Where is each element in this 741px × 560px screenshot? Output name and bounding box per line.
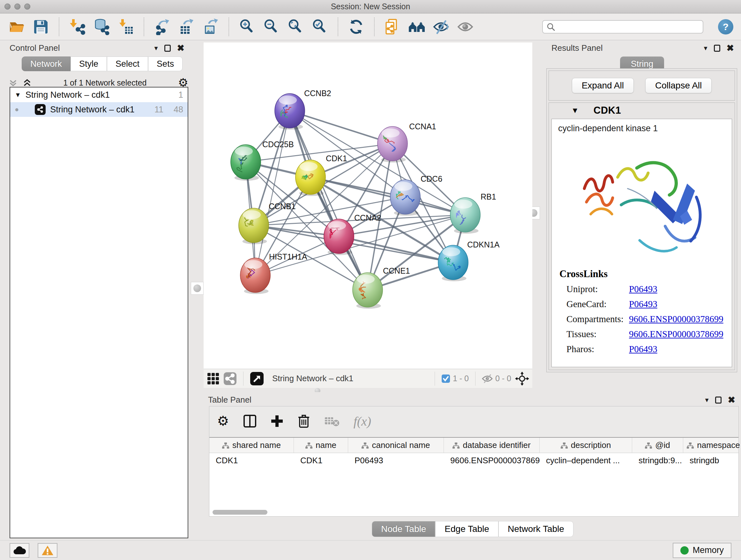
node-CCNE1[interactable] xyxy=(353,273,383,309)
column-hierarchy-icon xyxy=(645,442,652,449)
table-cell[interactable]: stringdb xyxy=(683,453,741,468)
tab-edge-table[interactable]: Edge Table xyxy=(435,521,498,537)
cloud-status-button[interactable] xyxy=(10,543,29,558)
collection-expand-icon[interactable]: ▼ xyxy=(15,91,21,99)
table-cell[interactable]: CDK1 xyxy=(294,453,348,468)
results-panel: Results Panel ▾ ✖ String Expand All Coll… xyxy=(543,40,741,392)
import-network-file-icon[interactable] xyxy=(68,18,86,36)
results-panel-close-icon[interactable]: ✖ xyxy=(727,43,734,53)
table-cell[interactable]: CDK1 xyxy=(209,453,294,468)
expand-all-networks-icon[interactable] xyxy=(8,78,18,87)
control-panel-float-icon[interactable]: ▾ xyxy=(154,44,158,52)
table-panel-close-icon[interactable]: ✖ xyxy=(728,395,735,405)
network-view-canvas[interactable]: CCNB2CCNA1CDC25BCDK1CDC6RB1CCNB1CCNA2CDK… xyxy=(204,43,532,369)
zoom-out-icon[interactable] xyxy=(262,18,280,36)
tab-style[interactable]: Style xyxy=(71,57,107,71)
results-panel-float-icon[interactable]: ▾ xyxy=(704,44,707,52)
crosslink-link[interactable]: 9606.ENSP00000378699 xyxy=(629,329,724,339)
edge-CCNB2-CCNA1[interactable] xyxy=(290,111,393,144)
hide-selected-icon[interactable] xyxy=(432,18,450,36)
node-CCNA1[interactable] xyxy=(378,126,408,163)
column-header-name[interactable]: name xyxy=(294,438,348,453)
hidden-count-badge: 0 - 0 xyxy=(482,374,511,383)
node-label-RB1: RB1 xyxy=(481,192,496,201)
grid-mode-icon[interactable] xyxy=(207,372,219,385)
crosslink-link[interactable]: P06493 xyxy=(629,299,657,309)
network-view-toolbar: String Network – cdk1 1 - 0 0 - 0 xyxy=(204,369,532,388)
network-label: String Network – cdk1 xyxy=(50,105,134,115)
control-panel-close-icon[interactable]: ✖ xyxy=(177,43,185,53)
add-column-icon[interactable] xyxy=(271,415,283,428)
pan-crosshair-icon[interactable] xyxy=(515,372,529,386)
control-panel-maximize-icon[interactable] xyxy=(164,45,171,52)
column-header-canonical-name[interactable]: canonical name xyxy=(348,438,444,453)
table-horizontal-scrollbar[interactable] xyxy=(212,510,267,515)
memory-button[interactable]: Memory xyxy=(673,543,731,558)
first-neighbors-icon[interactable] xyxy=(408,18,426,36)
show-columns-icon[interactable] xyxy=(243,415,257,428)
tab-select[interactable]: Select xyxy=(107,57,148,71)
column-header-database-identifier[interactable]: database identifier xyxy=(444,438,540,453)
table-options-gear-icon[interactable]: ⚙ xyxy=(217,415,229,428)
node-CCNB1[interactable] xyxy=(239,208,269,244)
network-row-selected[interactable]: ● String Network – cdk1 11 48 xyxy=(10,102,188,117)
table-cell[interactable]: cyclin–dependent ... xyxy=(540,453,632,468)
table-panel-float-icon[interactable]: ▾ xyxy=(705,396,709,404)
table-panel-maximize-icon[interactable] xyxy=(715,396,722,403)
network-collection-row[interactable]: ▼ String Network – cdk1 1 xyxy=(10,87,188,102)
column-header-namespace[interactable]: namespace xyxy=(683,438,741,453)
export-image-icon[interactable] xyxy=(202,18,219,36)
column-header-shared-name[interactable]: shared name xyxy=(209,438,294,453)
node-CDKN1A[interactable] xyxy=(438,245,468,281)
left-splitter-handle[interactable] xyxy=(191,282,204,295)
table-cell[interactable]: stringdb:9... xyxy=(632,453,683,468)
crosslinks-rows: Uniprot:P06493GeneCard:P06493Compartment… xyxy=(552,282,732,357)
table-row[interactable]: CDK1CDK1P064939606.ENSP00000378699cyclin… xyxy=(209,453,738,468)
node-CCNA2[interactable] xyxy=(324,219,354,255)
network-tree: ▼ String Network – cdk1 1 ● String Netwo… xyxy=(10,87,188,538)
import-network-database-icon[interactable] xyxy=(92,18,111,36)
tab-node-table[interactable]: Node Table xyxy=(372,521,435,537)
table-cell[interactable]: 9606.ENSP00000378699 xyxy=(444,453,540,468)
column-header--id[interactable]: @id xyxy=(632,438,683,453)
table-cell[interactable]: P06493 xyxy=(348,453,444,468)
crosslink-link[interactable]: P06493 xyxy=(629,344,657,354)
birds-eye-view-icon[interactable] xyxy=(250,372,264,386)
expand-all-button[interactable]: Expand All xyxy=(572,78,634,93)
tab-sets[interactable]: Sets xyxy=(148,57,183,71)
help-button[interactable]: ? xyxy=(718,19,733,35)
save-session-icon[interactable] xyxy=(32,18,50,36)
open-session-icon[interactable] xyxy=(8,18,25,36)
tab-network[interactable]: Network xyxy=(22,57,71,71)
crosslink-link[interactable]: 9606.ENSP00000378699 xyxy=(629,314,724,324)
node-RB1[interactable] xyxy=(450,198,480,234)
selected-checkbox-icon[interactable] xyxy=(441,374,450,383)
export-network-icon[interactable] xyxy=(153,18,171,36)
zoom-in-icon[interactable] xyxy=(238,18,256,36)
network-node-count: 11 xyxy=(154,105,163,115)
refresh-icon[interactable] xyxy=(347,18,365,36)
delete-column-icon[interactable] xyxy=(297,414,310,428)
zoom-selected-icon[interactable] xyxy=(311,18,329,36)
zoom-fit-icon[interactable] xyxy=(286,18,305,36)
collapse-all-networks-icon[interactable] xyxy=(22,78,32,87)
search-input[interactable] xyxy=(557,22,699,31)
cdk1-collapse-icon[interactable]: ▼ xyxy=(571,106,579,115)
crosslink-label: Compartments: xyxy=(566,314,629,324)
export-table-icon[interactable] xyxy=(178,18,195,36)
import-table-file-icon[interactable] xyxy=(117,18,135,36)
show-all-icon[interactable] xyxy=(456,18,474,36)
tab-network-table[interactable]: Network Table xyxy=(498,521,574,537)
results-panel-maximize-icon[interactable] xyxy=(714,45,720,52)
node-HIST1H1A[interactable] xyxy=(240,258,270,294)
network-share-mode-icon[interactable] xyxy=(223,372,237,385)
crosslink-link[interactable]: P06493 xyxy=(629,284,657,294)
node-CDC25B[interactable] xyxy=(231,145,261,181)
table-tabs: Node Table Edge Table Network Table xyxy=(204,521,741,537)
warning-status-button[interactable] xyxy=(38,543,57,558)
edge-CCNB2-CCNE1[interactable] xyxy=(290,111,367,290)
collapse-all-button[interactable]: Collapse All xyxy=(645,78,712,93)
node-CCNB2[interactable] xyxy=(275,94,305,130)
column-header-description[interactable]: description xyxy=(540,438,632,453)
copy-style-icon[interactable] xyxy=(384,18,401,36)
